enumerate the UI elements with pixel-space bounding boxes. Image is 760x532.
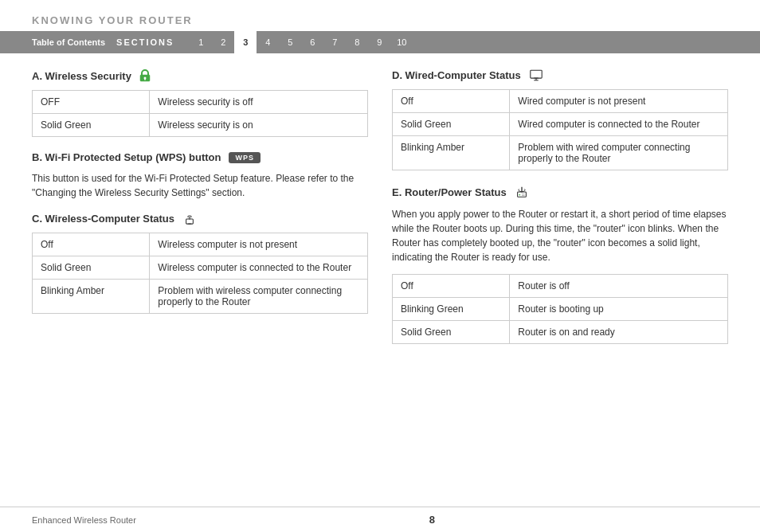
page-container: KNOWING YOUR ROUTER Table of Contents SE… bbox=[0, 0, 760, 532]
table-row: OFF Wireless security is off bbox=[33, 91, 368, 114]
status-cell: Blinking Green bbox=[393, 298, 510, 321]
table-row: Solid Green Wired computer is connected … bbox=[393, 113, 728, 136]
section-c-heading: C. Wireless-Computer Status bbox=[32, 213, 368, 225]
section-b-heading: B. Wi-Fi Protected Setup (WPS) button WP… bbox=[32, 151, 368, 163]
description-cell: Wireless security is off bbox=[150, 91, 368, 114]
svg-point-12 bbox=[519, 194, 520, 196]
nav-num-5[interactable]: 5 bbox=[279, 31, 301, 53]
description-cell: Problem with wired computer connecting p… bbox=[510, 136, 728, 170]
main-content: A. Wireless Security OFF Wireless securi… bbox=[0, 53, 760, 507]
footer-page: 8 bbox=[429, 514, 435, 526]
svg-rect-3 bbox=[186, 219, 194, 224]
left-col: A. Wireless Security OFF Wireless securi… bbox=[32, 69, 368, 491]
description-cell: Wireless security is on bbox=[150, 114, 368, 137]
section-c-table: Off Wireless computer is not present Sol… bbox=[32, 233, 368, 314]
description-cell: Router is off bbox=[510, 275, 728, 298]
description-cell: Wireless computer is not present bbox=[150, 233, 368, 256]
table-row: Off Wired computer is not present bbox=[393, 90, 728, 113]
status-cell: Solid Green bbox=[33, 114, 150, 137]
status-cell: Off bbox=[393, 275, 510, 298]
table-row: Off Router is off bbox=[393, 275, 728, 298]
table-row: Blinking Green Router is booting up bbox=[393, 298, 728, 321]
status-cell: Blinking Amber bbox=[33, 280, 150, 314]
svg-rect-2 bbox=[144, 78, 146, 80]
wps-button-icon: WPS bbox=[229, 152, 261, 163]
description-cell: Wired computer is connected to the Route… bbox=[510, 113, 728, 136]
description-cell: Wired computer is not present bbox=[510, 90, 728, 113]
section-b: B. Wi-Fi Protected Setup (WPS) button WP… bbox=[32, 151, 368, 200]
nav-num-8[interactable]: 8 bbox=[346, 31, 368, 53]
status-cell: Blinking Amber bbox=[393, 136, 510, 170]
nav-num-9[interactable]: 9 bbox=[368, 31, 390, 53]
section-e-heading: E. Router/Power Status bbox=[392, 185, 728, 199]
wps-description: This button is used for the Wi-Fi Protec… bbox=[32, 171, 368, 200]
table-row: Solid Green Wireless computer is connect… bbox=[33, 256, 368, 280]
lock-icon bbox=[139, 69, 151, 82]
footer: Enhanced Wireless Router 8 bbox=[0, 507, 760, 532]
description-cell: Problem with wireless computer connectin… bbox=[150, 280, 368, 314]
nav-num-3[interactable]: 3 bbox=[234, 31, 257, 53]
nav-num-2[interactable]: 2 bbox=[212, 31, 234, 53]
description-cell: Wireless computer is connected to the Ro… bbox=[150, 256, 368, 280]
status-cell: Off bbox=[393, 90, 510, 113]
status-cell: Solid Green bbox=[33, 256, 150, 280]
footer-left: Enhanced Wireless Router bbox=[32, 515, 136, 525]
nav-num-6[interactable]: 6 bbox=[301, 31, 323, 53]
router-power-icon bbox=[515, 185, 529, 199]
description-cell: Router is booting up bbox=[510, 298, 728, 321]
description-cell: Router is on and ready bbox=[510, 321, 728, 344]
nav-num-10[interactable]: 10 bbox=[390, 31, 413, 53]
toc-label[interactable]: Table of Contents bbox=[32, 37, 105, 47]
section-d-table: Off Wired computer is not present Solid … bbox=[392, 89, 728, 170]
wired-computer-icon bbox=[529, 69, 543, 81]
nav-num-4[interactable]: 4 bbox=[257, 31, 279, 53]
status-cell: Off bbox=[33, 233, 150, 256]
nav-numbers: 1 2 3 4 5 6 7 8 9 10 bbox=[190, 31, 413, 53]
sections-label: SECTIONS bbox=[116, 37, 174, 47]
nav-bar: Table of Contents SECTIONS 1 2 3 4 5 6 7… bbox=[0, 31, 760, 53]
status-cell: Solid Green bbox=[393, 113, 510, 136]
table-row: Solid Green Wireless security is on bbox=[33, 114, 368, 137]
nav-num-7[interactable]: 7 bbox=[323, 31, 346, 53]
section-a-heading: A. Wireless Security bbox=[32, 69, 368, 82]
wireless-computer-icon bbox=[182, 213, 197, 225]
table-row: Solid Green Router is on and ready bbox=[393, 321, 728, 344]
status-cell: Solid Green bbox=[393, 321, 510, 344]
svg-rect-6 bbox=[530, 70, 541, 78]
section-e-description: When you apply power to the Router or re… bbox=[392, 207, 728, 264]
status-cell: OFF bbox=[33, 91, 150, 114]
page-title: KNOWING YOUR ROUTER bbox=[0, 0, 760, 31]
svg-point-5 bbox=[189, 218, 190, 219]
right-col: D. Wired-Computer Status Off Wired compu… bbox=[392, 69, 728, 491]
section-d-heading: D. Wired-Computer Status bbox=[392, 69, 728, 81]
section-e-table: Off Router is off Blinking Green Router … bbox=[392, 274, 728, 344]
table-row: Blinking Amber Problem with wired comput… bbox=[393, 136, 728, 170]
section-a-table: OFF Wireless security is off Solid Green… bbox=[32, 90, 368, 137]
table-row: Off Wireless computer is not present bbox=[33, 233, 368, 256]
table-row: Blinking Amber Problem with wireless com… bbox=[33, 280, 368, 314]
nav-num-1[interactable]: 1 bbox=[190, 31, 212, 53]
